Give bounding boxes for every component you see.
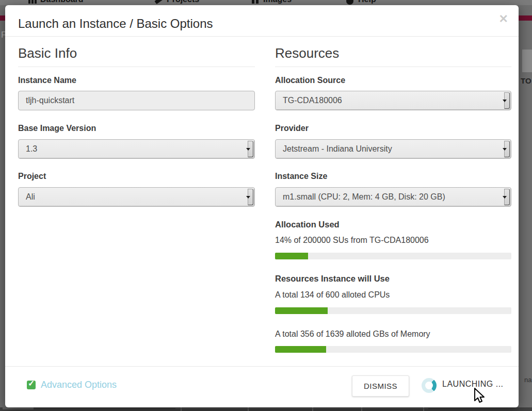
nav-item-images[interactable]: Images: [251, 0, 292, 5]
allocation-used-progress-fill: [275, 253, 308, 259]
base-image-version-value: 1.3: [26, 144, 37, 154]
instance-name-label: Instance Name: [18, 76, 76, 85]
allocation-used-heading: Allocation Used: [275, 220, 340, 229]
nav-item-projects[interactable]: Projects: [155, 0, 199, 5]
provider-value: Jetstream - Indiana University: [283, 144, 392, 154]
chevron-down-icon: [503, 148, 507, 151]
project-select[interactable]: Ali: [18, 187, 255, 207]
basic-info-heading: Basic Info: [18, 45, 255, 67]
chevron-down-icon: [246, 196, 250, 199]
instance-size-value: m1.small (CPU: 2, Mem: 4 GB, Disk: 20 GB…: [283, 192, 445, 202]
memory-usage-progress-fill: [275, 346, 326, 353]
background-text-fragment-right: TO: [521, 76, 531, 85]
allocation-used-text: 14% of 200000 SUs from TG-CDA180006: [275, 236, 429, 245]
background-table-fragment: [0, 407, 532, 411]
allocation-source-select[interactable]: TG-CDA180006: [275, 91, 511, 110]
cpu-usage-progress-fill: [275, 307, 328, 314]
help-circle-icon: [346, 0, 354, 4]
nav-label: Dashboard: [40, 0, 84, 4]
advanced-options-link[interactable]: Advanced Options: [27, 380, 117, 390]
select-button: [248, 189, 253, 205]
check-square-icon: [27, 381, 36, 389]
loading-spinner-icon: [422, 378, 437, 393]
select-button: [504, 141, 510, 157]
close-icon[interactable]: ✕: [499, 13, 508, 25]
base-image-version-select[interactable]: 1.3: [18, 139, 255, 159]
project-label: Project: [18, 172, 46, 181]
base-image-version-label: Base Image Version: [18, 124, 96, 133]
modal-title: Launch an Instance / Basic Options: [18, 17, 213, 31]
instance-usage-heading: Resources Instance will Use: [275, 274, 390, 284]
advanced-options-label: Advanced Options: [41, 380, 117, 390]
background-panel-fragment: [522, 50, 532, 72]
instance-size-label: Instance Size: [275, 172, 327, 181]
chevron-down-icon: [503, 196, 507, 199]
select-button: [248, 141, 253, 157]
background-text-fragment-bottom: na: [524, 376, 531, 384]
bar-chart-icon: [28, 0, 37, 4]
launching-button[interactable]: LAUNCHING ...: [442, 380, 504, 389]
images-icon: [251, 0, 260, 4]
project-value: Ali: [26, 192, 35, 202]
nav-item-dashboard[interactable]: Dashboard: [28, 0, 84, 5]
launch-instance-modal: Launch an Instance / Basic Options ✕ Bas…: [5, 5, 519, 407]
select-button: [504, 92, 510, 109]
nav-label: Projects: [167, 0, 199, 4]
instance-name-input[interactable]: tljh-quickstart: [18, 91, 255, 110]
instance-name-value: tljh-quickstart: [26, 96, 74, 105]
allocation-used-progressbar: [275, 253, 511, 259]
memory-usage-text: A total 356 of 1639 alloted GBs of Memor…: [275, 330, 430, 339]
resources-heading: Resources: [275, 45, 511, 67]
allocation-source-label: Allocation Source: [275, 76, 345, 85]
pencil-icon: [155, 0, 163, 4]
nav-item-help[interactable]: Help: [346, 0, 376, 5]
select-button: [504, 189, 510, 205]
mouse-cursor: [474, 388, 487, 405]
chevron-down-icon: [246, 148, 250, 151]
top-navigation: Dashboard Projects Images Help: [0, 0, 532, 5]
nav-label: Images: [263, 0, 292, 4]
chevron-down-icon: [503, 100, 507, 102]
dismiss-button[interactable]: DISMISS: [352, 375, 409, 397]
provider-select[interactable]: Jetstream - Indiana University: [275, 139, 511, 159]
cpu-usage-text: A total 134 of 600 alloted CPUs: [275, 290, 390, 300]
memory-usage-progressbar: [275, 346, 511, 353]
allocation-source-value: TG-CDA180006: [283, 96, 342, 105]
footer-divider: [5, 366, 519, 367]
provider-label: Provider: [275, 124, 309, 133]
nav-label: Help: [358, 0, 376, 4]
instance-size-select[interactable]: m1.small (CPU: 2, Mem: 4 GB, Disk: 20 GB…: [275, 187, 511, 207]
header-divider: [5, 36, 519, 37]
cpu-usage-progressbar: [275, 307, 511, 314]
